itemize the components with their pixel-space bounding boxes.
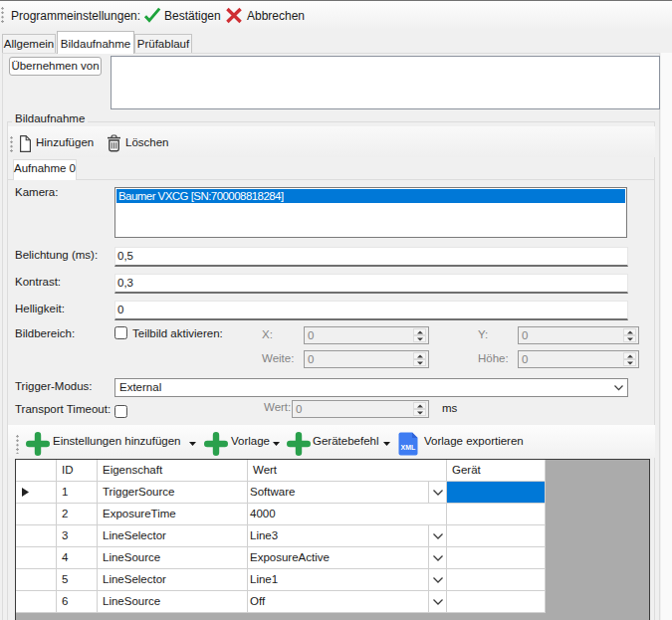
svg-text:XML: XML — [401, 444, 417, 451]
